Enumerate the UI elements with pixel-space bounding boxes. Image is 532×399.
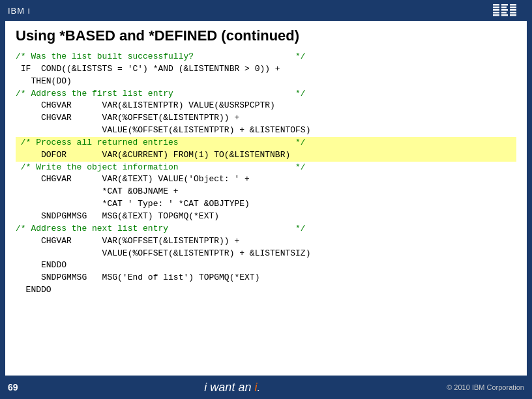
svg-rect-7 [501, 9, 508, 11]
code-line: /* Address the next list entry */ [16, 223, 516, 235]
svg-rect-6 [501, 7, 507, 8]
copyright-text: © 2010 IBM Corporation [447, 383, 524, 391]
svg-rect-8 [501, 12, 507, 14]
code-line: /* Was the list built successfully? */ [16, 51, 516, 63]
code-line: CHGVAR VAR(&TEXT) VALUE('Object: ' + [16, 173, 516, 186]
code-line: ENDDO [16, 284, 516, 297]
page-title: Using *BASED and *DEFINED (continued) [16, 27, 516, 44]
code-line: VALUE(%OFFSET(&LISTENTPTR) + &LISTENTSIZ… [16, 248, 516, 260]
svg-rect-11 [510, 7, 516, 8]
svg-rect-1 [493, 7, 499, 8]
svg-rect-13 [510, 12, 516, 14]
code-line: VALUE(%OFFSET(&LISTENTPTR) + &LISTENTOFS… [16, 125, 516, 137]
code-line: CHGVAR VAR(%OFFSET(&LISTENTPTR)) + [16, 112, 516, 125]
tagline-prefix: i want an [204, 381, 254, 394]
code-line: *CAT ' Type: ' *CAT &OBJTYPE) [16, 198, 516, 211]
code-line-process-comment: /* Process all returned entries */ [16, 137, 516, 149]
code-line: /* Write the object information */ [16, 162, 516, 174]
code-line-dofor: DOFOR VAR(&CURRENT) FROM(1) TO(&LISTENTN… [16, 149, 516, 162]
top-bar: IBM i [0, 0, 532, 21]
ibm-tagline: i want an i. [204, 381, 260, 394]
code-line: CHGVAR VAR(&LISTENTPTR) VALUE(&USRSPCPTR… [16, 100, 516, 112]
code-line: ENDDO [16, 259, 516, 272]
svg-rect-9 [501, 14, 508, 16]
page-number: 69 [8, 382, 18, 392]
svg-rect-0 [493, 4, 499, 6]
ibm-i-label: IBM i [8, 6, 31, 16]
svg-rect-14 [510, 14, 516, 16]
ibm-logo-top [493, 4, 524, 17]
code-line: THEN(DO) [16, 76, 516, 88]
svg-rect-3 [493, 12, 499, 14]
svg-rect-5 [501, 4, 508, 6]
svg-rect-2 [493, 9, 499, 11]
code-line: /* Address the first list entry */ [16, 88, 516, 100]
code-line: *CAT &OBJNAME + [16, 186, 516, 198]
code-line: CHGVAR VAR(%OFFSET(&LISTENTPTR)) + [16, 235, 516, 248]
code-line: SNDPGMMSG MSG(&TEXT) TOPGMQ(*EXT) [16, 211, 516, 223]
code-line: IF COND((&LISTSTS = 'C') *AND (&LISTENTN… [16, 63, 516, 76]
code-block: /* Was the list built successfully? */ I… [16, 51, 516, 370]
svg-rect-4 [493, 14, 499, 16]
main-container: IBM i Using *BASED and *DEFINED (cont [0, 0, 532, 399]
svg-rect-12 [510, 9, 516, 11]
tagline-period: . [257, 381, 260, 394]
code-line: SNDPGMMSG MSG('End of list') TOPGMQ(*EXT… [16, 272, 516, 284]
bottom-bar: 69 i want an i. © 2010 IBM Corporation [0, 376, 532, 399]
svg-rect-10 [510, 4, 516, 6]
content-area: Using *BASED and *DEFINED (continued) /*… [5, 21, 527, 376]
